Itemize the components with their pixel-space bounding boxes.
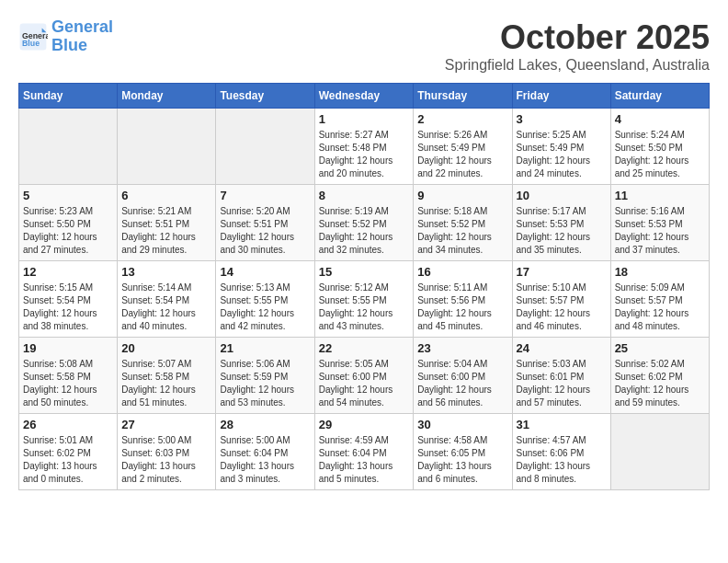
calendar-cell: 27Sunrise: 5:00 AM Sunset: 6:03 PM Dayli…	[118, 414, 216, 490]
calendar-cell: 7Sunrise: 5:20 AM Sunset: 5:51 PM Daylig…	[216, 185, 314, 261]
column-header-saturday: Saturday	[610, 84, 709, 109]
day-number: 28	[220, 418, 310, 431]
day-info: Sunrise: 5:23 AM Sunset: 5:50 PM Dayligh…	[23, 205, 113, 257]
calendar-cell: 11Sunrise: 5:16 AM Sunset: 5:53 PM Dayli…	[610, 185, 709, 261]
day-info: Sunrise: 5:00 AM Sunset: 6:04 PM Dayligh…	[220, 434, 310, 486]
day-number: 22	[319, 341, 410, 355]
calendar-cell: 3Sunrise: 5:25 AM Sunset: 5:49 PM Daylig…	[512, 109, 610, 185]
day-info: Sunrise: 5:15 AM Sunset: 5:54 PM Dayligh…	[23, 282, 113, 333]
column-header-wednesday: Wednesday	[314, 84, 414, 109]
day-info: Sunrise: 5:18 AM Sunset: 5:52 PM Dayligh…	[417, 205, 507, 257]
calendar-week-4: 19Sunrise: 5:08 AM Sunset: 5:58 PM Dayli…	[19, 338, 710, 414]
day-number: 27	[121, 418, 211, 431]
day-info: Sunrise: 5:14 AM Sunset: 5:54 PM Dayligh…	[121, 282, 211, 333]
day-info: Sunrise: 5:13 AM Sunset: 5:55 PM Dayligh…	[220, 282, 310, 333]
day-number: 10	[517, 189, 607, 202]
calendar-cell: 5Sunrise: 5:23 AM Sunset: 5:50 PM Daylig…	[19, 185, 118, 261]
calendar-cell: 30Sunrise: 4:58 AM Sunset: 6:05 PM Dayli…	[414, 414, 512, 490]
day-info: Sunrise: 5:01 AM Sunset: 6:02 PM Dayligh…	[23, 434, 113, 486]
calendar-cell: 16Sunrise: 5:11 AM Sunset: 5:56 PM Dayli…	[414, 261, 512, 338]
day-number: 19	[23, 341, 113, 355]
day-info: Sunrise: 5:09 AM Sunset: 5:57 PM Dayligh…	[615, 282, 705, 333]
calendar-subtitle: Springfield Lakes, Queensland, Australia	[445, 57, 710, 74]
calendar-table: SundayMondayTuesdayWednesdayThursdayFrid…	[18, 83, 710, 490]
calendar-cell: 29Sunrise: 4:59 AM Sunset: 6:04 PM Dayli…	[314, 414, 414, 490]
calendar-cell: 10Sunrise: 5:17 AM Sunset: 5:53 PM Dayli…	[512, 185, 610, 261]
day-info: Sunrise: 5:12 AM Sunset: 5:55 PM Dayligh…	[319, 282, 410, 333]
day-number: 7	[220, 189, 310, 202]
calendar-week-2: 5Sunrise: 5:23 AM Sunset: 5:50 PM Daylig…	[19, 185, 710, 261]
calendar-cell: 23Sunrise: 5:04 AM Sunset: 6:00 PM Dayli…	[414, 338, 512, 414]
calendar-cell	[118, 109, 216, 185]
day-info: Sunrise: 5:17 AM Sunset: 5:53 PM Dayligh…	[517, 205, 607, 257]
calendar-cell: 15Sunrise: 5:12 AM Sunset: 5:55 PM Dayli…	[314, 261, 414, 338]
day-info: Sunrise: 5:25 AM Sunset: 5:49 PM Dayligh…	[517, 129, 607, 180]
day-number: 8	[319, 189, 410, 202]
calendar-cell: 4Sunrise: 5:24 AM Sunset: 5:50 PM Daylig…	[610, 109, 709, 185]
day-number: 24	[517, 341, 607, 355]
day-info: Sunrise: 5:27 AM Sunset: 5:48 PM Dayligh…	[319, 129, 410, 180]
day-number: 23	[417, 341, 507, 355]
day-info: Sunrise: 5:04 AM Sunset: 6:00 PM Dayligh…	[417, 358, 507, 409]
day-number: 9	[417, 189, 507, 202]
calendar-week-5: 26Sunrise: 5:01 AM Sunset: 6:02 PM Dayli…	[19, 414, 710, 490]
calendar-cell: 28Sunrise: 5:00 AM Sunset: 6:04 PM Dayli…	[216, 414, 314, 490]
day-number: 21	[220, 341, 310, 355]
calendar-cell	[610, 414, 709, 490]
day-info: Sunrise: 5:26 AM Sunset: 5:49 PM Dayligh…	[417, 129, 507, 180]
calendar-cell: 8Sunrise: 5:19 AM Sunset: 5:52 PM Daylig…	[314, 185, 414, 261]
day-number: 30	[417, 418, 507, 431]
day-number: 18	[615, 265, 705, 279]
calendar-cell: 24Sunrise: 5:03 AM Sunset: 6:01 PM Dayli…	[512, 338, 610, 414]
logo-icon: General Blue	[18, 22, 48, 52]
day-info: Sunrise: 5:06 AM Sunset: 5:59 PM Dayligh…	[220, 358, 310, 409]
column-header-sunday: Sunday	[19, 84, 118, 109]
day-number: 1	[319, 112, 410, 126]
day-number: 5	[23, 189, 113, 202]
day-info: Sunrise: 5:08 AM Sunset: 5:58 PM Dayligh…	[23, 358, 113, 409]
day-number: 16	[417, 265, 507, 279]
calendar-week-3: 12Sunrise: 5:15 AM Sunset: 5:54 PM Dayli…	[19, 261, 710, 338]
day-number: 11	[615, 189, 705, 202]
day-info: Sunrise: 5:02 AM Sunset: 6:02 PM Dayligh…	[615, 358, 705, 409]
calendar-cell: 26Sunrise: 5:01 AM Sunset: 6:02 PM Dayli…	[19, 414, 118, 490]
calendar-cell	[19, 109, 118, 185]
day-info: Sunrise: 5:11 AM Sunset: 5:56 PM Dayligh…	[417, 282, 507, 333]
day-number: 3	[517, 112, 607, 126]
day-info: Sunrise: 5:16 AM Sunset: 5:53 PM Dayligh…	[615, 205, 705, 257]
column-header-friday: Friday	[512, 84, 610, 109]
day-number: 13	[121, 265, 211, 279]
day-number: 29	[319, 418, 410, 431]
calendar-week-1: 1Sunrise: 5:27 AM Sunset: 5:48 PM Daylig…	[19, 109, 710, 185]
calendar-cell: 6Sunrise: 5:21 AM Sunset: 5:51 PM Daylig…	[118, 185, 216, 261]
day-info: Sunrise: 4:57 AM Sunset: 6:06 PM Dayligh…	[517, 434, 607, 486]
calendar-cell: 22Sunrise: 5:05 AM Sunset: 6:00 PM Dayli…	[314, 338, 414, 414]
calendar-cell: 17Sunrise: 5:10 AM Sunset: 5:57 PM Dayli…	[512, 261, 610, 338]
calendar-cell: 18Sunrise: 5:09 AM Sunset: 5:57 PM Dayli…	[610, 261, 709, 338]
calendar-cell: 19Sunrise: 5:08 AM Sunset: 5:58 PM Dayli…	[19, 338, 118, 414]
day-info: Sunrise: 4:58 AM Sunset: 6:05 PM Dayligh…	[417, 434, 507, 486]
calendar-body: 1Sunrise: 5:27 AM Sunset: 5:48 PM Daylig…	[19, 109, 710, 490]
calendar-cell: 12Sunrise: 5:15 AM Sunset: 5:54 PM Dayli…	[19, 261, 118, 338]
column-header-monday: Monday	[118, 84, 216, 109]
day-number: 15	[319, 265, 410, 279]
calendar-cell: 21Sunrise: 5:06 AM Sunset: 5:59 PM Dayli…	[216, 338, 314, 414]
calendar-cell	[216, 109, 314, 185]
calendar-cell: 31Sunrise: 4:57 AM Sunset: 6:06 PM Dayli…	[512, 414, 610, 490]
day-number: 26	[23, 418, 113, 431]
day-info: Sunrise: 5:07 AM Sunset: 5:58 PM Dayligh…	[121, 358, 211, 409]
day-info: Sunrise: 5:10 AM Sunset: 5:57 PM Dayligh…	[517, 282, 607, 333]
day-info: Sunrise: 5:19 AM Sunset: 5:52 PM Dayligh…	[319, 205, 410, 257]
day-info: Sunrise: 4:59 AM Sunset: 6:04 PM Dayligh…	[319, 434, 410, 486]
day-number: 4	[615, 112, 705, 126]
day-number: 14	[220, 265, 310, 279]
calendar-cell: 1Sunrise: 5:27 AM Sunset: 5:48 PM Daylig…	[314, 109, 414, 185]
title-area: October 2025 Springfield Lakes, Queensla…	[445, 18, 710, 74]
day-info: Sunrise: 5:24 AM Sunset: 5:50 PM Dayligh…	[615, 129, 705, 180]
day-info: Sunrise: 5:00 AM Sunset: 6:03 PM Dayligh…	[121, 434, 211, 486]
calendar-cell: 25Sunrise: 5:02 AM Sunset: 6:02 PM Dayli…	[610, 338, 709, 414]
column-header-thursday: Thursday	[414, 84, 512, 109]
day-number: 12	[23, 265, 113, 279]
svg-text:Blue: Blue	[22, 39, 40, 48]
day-number: 25	[615, 341, 705, 355]
